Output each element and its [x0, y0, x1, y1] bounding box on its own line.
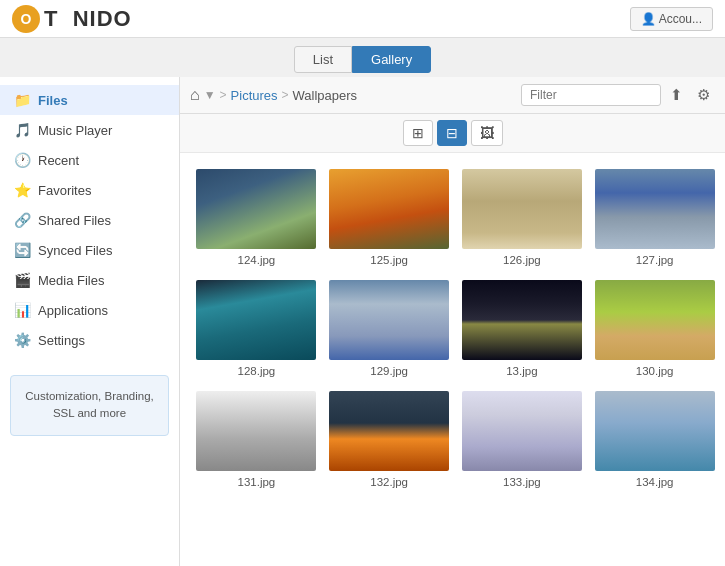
home-breadcrumb[interactable]: ⌂	[190, 86, 200, 104]
app-header: O T NIDO 👤 Accou...	[0, 0, 725, 38]
main-layout: 📁 Files 🎵 Music Player 🕐 Recent ⭐ Favori…	[0, 77, 725, 566]
logo-text: T NIDO	[44, 6, 132, 32]
sidebar-label-shared: Shared Files	[38, 213, 111, 228]
view-options-bar: ⊞ ⊟ 🖼	[180, 114, 725, 153]
gallery-thumbnail	[462, 169, 582, 249]
gallery-item[interactable]: 130.jpg	[594, 280, 715, 377]
gallery-thumbnail	[595, 280, 715, 360]
sidebar-label-recent: Recent	[38, 153, 79, 168]
gallery-item[interactable]: 126.jpg	[462, 169, 583, 266]
gallery-thumbnail	[196, 169, 316, 249]
shared-icon: 🔗	[14, 212, 30, 228]
account-icon: 👤	[641, 12, 656, 26]
gallery-filename: 124.jpg	[238, 254, 276, 266]
gallery-filename: 131.jpg	[238, 476, 276, 488]
gallery-thumbnail	[196, 280, 316, 360]
breadcrumb-sep-1: >	[220, 88, 227, 102]
gallery-thumbnail	[329, 280, 449, 360]
breadcrumb-dropdown-icon[interactable]: ▼	[204, 88, 216, 102]
filter-input[interactable]	[521, 84, 661, 106]
gallery-thumbnail	[462, 280, 582, 360]
sidebar-item-applications[interactable]: 📊 Applications	[0, 295, 179, 325]
gallery-item[interactable]: 127.jpg	[594, 169, 715, 266]
gallery-filename: 130.jpg	[636, 365, 674, 377]
sidebar-item-shared-files[interactable]: 🔗 Shared Files	[0, 205, 179, 235]
favorites-icon: ⭐	[14, 182, 30, 198]
gallery-view-button[interactable]: Gallery	[352, 46, 431, 73]
gallery-item[interactable]: 133.jpg	[462, 391, 583, 488]
breadcrumb-sep-2: >	[282, 88, 289, 102]
sidebar-label-music: Music Player	[38, 123, 112, 138]
sidebar: 📁 Files 🎵 Music Player 🕐 Recent ⭐ Favori…	[0, 77, 180, 566]
gallery-container: 124.jpg125.jpg126.jpg127.jpg128.jpg129.j…	[180, 153, 725, 566]
breadcrumb-bar: ⌂ ▼ > Pictures > Wallpapers ⬆ ⚙	[180, 77, 725, 114]
gallery-item[interactable]: 124.jpg	[196, 169, 317, 266]
sidebar-item-files[interactable]: 📁 Files	[0, 85, 179, 115]
slideshow-button[interactable]: 🖼	[471, 120, 503, 146]
media-icon: 🎬	[14, 272, 30, 288]
gallery-item[interactable]: 13.jpg	[462, 280, 583, 377]
upload-button[interactable]: ⬆	[665, 84, 688, 106]
grid-large-button[interactable]: ⊞	[403, 120, 433, 146]
gallery-item[interactable]: 132.jpg	[329, 391, 450, 488]
view-toggle-bar: List Gallery	[0, 38, 725, 77]
sidebar-item-media-files[interactable]: 🎬 Media Files	[0, 265, 179, 295]
gallery-filename: 127.jpg	[636, 254, 674, 266]
files-icon: 📁	[14, 92, 30, 108]
recent-icon: 🕐	[14, 152, 30, 168]
gallery-thumbnail	[462, 391, 582, 471]
sidebar-promo[interactable]: Customization, Branding, SSL and more	[10, 375, 169, 436]
gallery-filename: 132.jpg	[370, 476, 408, 488]
gallery-filename: 129.jpg	[370, 365, 408, 377]
logo-icon: O	[12, 5, 40, 33]
sidebar-item-settings[interactable]: ⚙️ Settings	[0, 325, 179, 355]
synced-icon: 🔄	[14, 242, 30, 258]
sidebar-label-favorites: Favorites	[38, 183, 91, 198]
settings-action-button[interactable]: ⚙	[692, 84, 715, 106]
sidebar-label-synced: Synced Files	[38, 243, 112, 258]
gallery-thumbnail	[196, 391, 316, 471]
gallery-thumbnail	[329, 169, 449, 249]
logo: O T NIDO	[12, 5, 132, 33]
breadcrumb-pictures[interactable]: Pictures	[231, 88, 278, 103]
gallery-filename: 126.jpg	[503, 254, 541, 266]
sidebar-item-music-player[interactable]: 🎵 Music Player	[0, 115, 179, 145]
gallery-filename: 13.jpg	[506, 365, 537, 377]
gallery-thumbnail	[329, 391, 449, 471]
sidebar-item-favorites[interactable]: ⭐ Favorites	[0, 175, 179, 205]
sidebar-item-synced-files[interactable]: 🔄 Synced Files	[0, 235, 179, 265]
settings-icon: ⚙️	[14, 332, 30, 348]
gallery-filename: 128.jpg	[238, 365, 276, 377]
gallery-item[interactable]: 129.jpg	[329, 280, 450, 377]
gallery-item[interactable]: 134.jpg	[594, 391, 715, 488]
gallery-filename: 125.jpg	[370, 254, 408, 266]
gallery-item[interactable]: 128.jpg	[196, 280, 317, 377]
gallery-item[interactable]: 131.jpg	[196, 391, 317, 488]
gallery-filename: 134.jpg	[636, 476, 674, 488]
sidebar-label-settings: Settings	[38, 333, 85, 348]
grid-medium-button[interactable]: ⊟	[437, 120, 467, 146]
sidebar-item-recent[interactable]: 🕐 Recent	[0, 145, 179, 175]
gallery-thumbnail	[595, 169, 715, 249]
account-button[interactable]: 👤 Accou...	[630, 7, 713, 31]
sidebar-label-applications: Applications	[38, 303, 108, 318]
list-view-button[interactable]: List	[294, 46, 352, 73]
gallery-thumbnail	[595, 391, 715, 471]
content-area: ⌂ ▼ > Pictures > Wallpapers ⬆ ⚙ ⊞ ⊟ 🖼 12…	[180, 77, 725, 566]
gallery-grid: 124.jpg125.jpg126.jpg127.jpg128.jpg129.j…	[196, 169, 715, 488]
gallery-filename: 133.jpg	[503, 476, 541, 488]
music-icon: 🎵	[14, 122, 30, 138]
applications-icon: 📊	[14, 302, 30, 318]
gallery-item[interactable]: 125.jpg	[329, 169, 450, 266]
sidebar-label-media: Media Files	[38, 273, 104, 288]
promo-text: Customization, Branding, SSL and more	[25, 390, 153, 419]
breadcrumb-wallpapers: Wallpapers	[293, 88, 358, 103]
sidebar-label-files: Files	[38, 93, 68, 108]
account-label: Accou...	[659, 12, 702, 26]
